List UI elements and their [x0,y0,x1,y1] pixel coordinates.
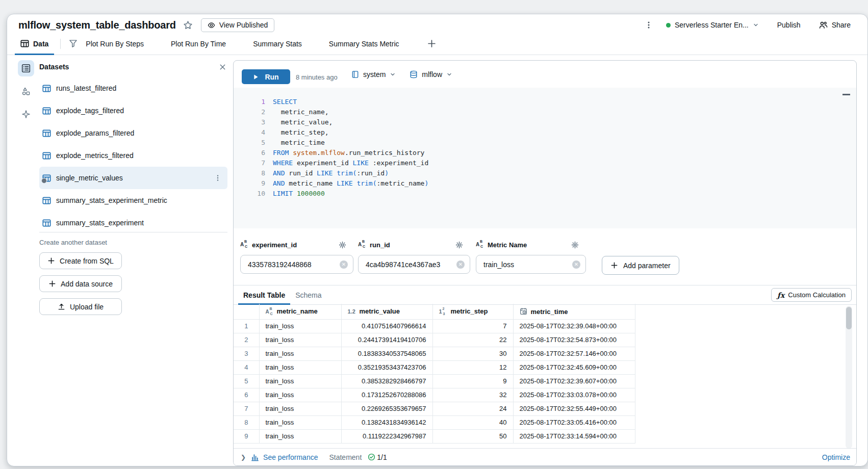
parameter-input[interactable]: train_loss✕ [476,255,586,274]
dataset-item[interactable]: runs_latest_filtered [39,77,227,99]
tab-plot-run-by-time[interactable]: Plot Run By Time [171,40,226,48]
cell-metric_name[interactable]: train_loss [259,347,341,360]
cell-metric_step[interactable]: 12 [432,360,513,374]
cell-metric_name[interactable]: train_loss [259,388,341,402]
rail-canvas-shapes-icon[interactable] [18,83,34,99]
tab-result-table[interactable]: Result Table [238,285,290,304]
parameter-input[interactable]: 4ca4b98741ce4367ae3✕ [358,255,470,274]
dataset-item[interactable]: single_metric_values [39,167,227,189]
dataset-kebab-icon[interactable] [211,174,224,182]
cell-metric_name[interactable]: train_loss [259,415,341,429]
gear-icon[interactable] [455,241,463,249]
cell-metric_name[interactable]: train_loss [259,360,341,374]
cell-metric_value[interactable]: 0.4107516407966614 [341,319,432,333]
cell-metric_time[interactable]: 2025-08-17T02:32:57.146+00:00 [513,347,635,360]
add-page-icon[interactable] [427,39,436,48]
table-row[interactable]: 4train_loss0.35219353437423706122025-08-… [234,360,635,374]
clear-value-icon[interactable]: ✕ [340,260,348,269]
add-parameter-button[interactable]: Add parameter [602,256,679,275]
catalog-selector[interactable]: system [351,70,396,79]
table-row[interactable]: 9train_loss0.1119222342967987502025-08-1… [234,429,635,443]
cell-metric_name[interactable]: train_loss [259,333,341,347]
cell-metric_value[interactable]: 0.35219353437423706 [341,360,432,374]
run-button[interactable]: Run [242,69,290,84]
clear-value-icon[interactable]: ✕ [456,260,465,269]
table-row[interactable]: 3train_loss0.18383340537548065302025-08-… [234,347,635,360]
cell-metric_time[interactable]: 2025-08-17T02:32:45.609+00:00 [513,360,635,374]
environment-selector[interactable]: Serverless Starter En... [666,21,759,29]
publish-button[interactable]: Publish [774,20,804,30]
cell-metric_value[interactable]: 0.1119222342967987 [341,429,432,443]
sql-editor[interactable]: 12345678910 SELECT metric_name, metric_v… [234,88,856,229]
cell-metric_name[interactable]: train_loss [259,374,341,388]
table-row[interactable]: 6train_loss0.1731252670288086322025-08-1… [234,388,635,402]
dataset-item[interactable]: explode_tags_filtered [39,99,227,122]
cell-metric_step[interactable]: 9 [432,374,513,388]
gear-icon[interactable] [571,241,579,249]
cell-metric_value[interactable]: 0.1382431834936142 [341,415,432,429]
cell-metric_step[interactable]: 50 [432,429,513,443]
cell-metric_value[interactable]: 0.18383340537548065 [341,347,432,360]
cell-metric_time[interactable]: 2025-08-17T02:32:39.048+00:00 [513,319,635,333]
column-header-metric_value[interactable]: 1.2metric_value [341,304,432,319]
tab-plot-run-by-steps[interactable]: Plot Run By Steps [86,40,144,48]
cell-metric_time[interactable]: 2025-08-17T02:33:03.078+00:00 [513,388,635,402]
cell-metric_value[interactable]: 0.2269265353679657 [341,402,432,415]
column-header-metric_name[interactable]: ABCmetric_name [259,304,341,319]
tab-summary-stats-metric[interactable]: Summary Stats Metric [329,40,399,48]
cell-metric_step[interactable]: 7 [432,319,513,333]
table-row[interactable]: 5train_loss0.385328292846679792025-08-17… [234,374,635,388]
dataset-item[interactable]: explode_params_filtered [39,122,227,144]
add-data-source-button[interactable]: Add data source [39,275,122,292]
result-scrollbar-track[interactable] [846,306,852,449]
cell-metric_time[interactable]: 2025-08-17T02:32:55.449+00:00 [513,402,635,415]
custom-calculation-button[interactable]: ƒx Custom Calculation [771,288,852,302]
editor-minimap[interactable] [843,94,850,95]
close-icon[interactable] [218,62,227,72]
expand-chevron-right-icon[interactable]: ❯ [241,454,246,461]
upload-file-button[interactable]: Upload file [39,298,122,315]
overflow-menu-icon[interactable] [645,20,653,30]
cell-metric_value[interactable]: 0.24417391419410706 [341,333,432,347]
table-row[interactable]: 8train_loss0.1382431834936142402025-08-1… [234,415,635,429]
cell-metric_step[interactable]: 32 [432,388,513,402]
cell-metric_name[interactable]: train_loss [259,402,341,415]
table-row[interactable]: 1train_loss0.410751640796661472025-08-17… [234,319,635,333]
cell-metric_step[interactable]: 40 [432,415,513,429]
cell-metric_name[interactable]: train_loss [259,429,341,443]
share-button[interactable]: Share [819,21,851,30]
cell-metric_time[interactable]: 2025-08-17T02:33:14.594+00:00 [513,429,635,443]
tab-schema[interactable]: Schema [290,285,326,304]
result-scrollbar-thumb[interactable] [846,307,852,329]
gear-icon[interactable] [339,241,346,249]
cell-metric_name[interactable]: train_loss [259,319,341,333]
column-header-metric_step[interactable]: 123metric_step [432,304,513,319]
cell-metric_value[interactable]: 0.3853282928466797 [341,374,432,388]
favorite-star-icon[interactable] [183,20,193,30]
schema-selector[interactable]: mlflow [410,70,452,79]
cell-metric_time[interactable]: 2025-08-17T02:32:54.873+00:00 [513,333,635,347]
dataset-item[interactable]: summary_stats_experiment_metric [39,189,227,212]
see-performance-link[interactable]: See performance [251,453,318,461]
cell-metric_time[interactable]: 2025-08-17T02:32:39.607+00:00 [513,374,635,388]
table-row[interactable]: 2train_loss0.24417391419410706222025-08-… [234,333,635,347]
create-from-sql-button[interactable]: Create from SQL [39,252,122,269]
table-row[interactable]: 7train_loss0.2269265353679657242025-08-1… [234,402,635,415]
parameter-input[interactable]: 4335783192448868✕ [240,255,353,274]
rail-assistant-sparkle-icon[interactable] [18,106,34,122]
filter-icon[interactable] [69,39,78,48]
cell-metric_time[interactable]: 2025-08-17T02:33:05.416+00:00 [513,415,635,429]
clear-value-icon[interactable]: ✕ [572,260,580,269]
sql-code[interactable]: SELECT metric_name, metric_value, metric… [273,97,428,199]
column-header-metric_time[interactable]: metric_time [513,304,635,319]
dataset-item[interactable]: explode_metrics_filtered [39,144,227,167]
optimize-link[interactable]: Optimize [822,453,850,461]
rail-datasets-icon[interactable] [18,60,34,76]
tab-summary-stats[interactable]: Summary Stats [253,40,302,48]
cell-metric_step[interactable]: 22 [432,333,513,347]
tab-data[interactable]: Data [15,33,54,55]
view-published-button[interactable]: View Published [201,18,274,32]
cell-metric_step[interactable]: 30 [432,347,513,360]
dataset-item[interactable]: summary_stats_experiment [39,212,227,234]
cell-metric_step[interactable]: 24 [432,402,513,415]
